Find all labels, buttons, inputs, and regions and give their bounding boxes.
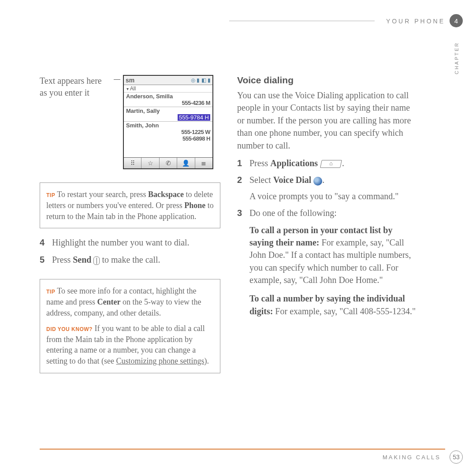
voice-prompt-text: A voice prompts you to "say a command." <box>249 191 399 201</box>
step-text: Press <box>249 158 270 168</box>
dyk-text: ). <box>204 357 209 365</box>
key-backspace: Backspace <box>148 190 184 199</box>
callout-text: Text appears here as you enter it <box>40 75 111 99</box>
step-text: Press <box>52 255 73 264</box>
step-text: . <box>322 175 324 185</box>
callout-leader-line <box>114 79 120 80</box>
key-applications: Applications <box>270 158 318 168</box>
step-number: 2 <box>237 174 243 202</box>
intro-text: You can use the Voice Dialing applicatio… <box>237 89 418 152</box>
step-number: 1 <box>237 157 243 169</box>
contact-name: Anderson, Smilla <box>126 93 210 100</box>
voice-dial-icon <box>313 177 322 186</box>
tip-box: TIP To see more info for a contact, high… <box>40 279 220 373</box>
chapter-number-badge: 4 <box>450 14 463 27</box>
footer-section: MAKING CALLS <box>383 454 441 461</box>
step-number: 4 <box>40 236 46 249</box>
status-icons: ◎ ▮ ◧ ▮ <box>191 77 211 83</box>
filter-dropdown: All <box>124 85 212 93</box>
header-rule <box>229 21 375 21</box>
chapter-label: CHAPTER <box>454 42 459 74</box>
dyk-label: DID YOU KNOW? <box>46 326 93 332</box>
phone-screenshot: sm ◎ ▮ ◧ ▮ All Anderson, Smilla 555-4236… <box>123 75 213 169</box>
step-text: to make the call. <box>102 255 160 264</box>
sub-text: For example, say, "Call 408-555-1234." <box>273 306 416 316</box>
tip-box: TIP To restart your search, press Backsp… <box>40 182 220 228</box>
contact-name: Martin, Sally <box>126 108 210 114</box>
header-section: YOUR PHONE <box>386 18 445 25</box>
tab-dialpad-icon: ⠿ <box>124 158 141 168</box>
key-send: Send <box>73 255 91 264</box>
step-text: Select <box>249 175 273 185</box>
send-key-icon: | <box>93 257 100 265</box>
section-heading: Voice dialing <box>237 75 418 86</box>
tip-label: TIP <box>46 192 55 198</box>
tab-favorites-icon: ☆ <box>141 158 159 168</box>
contact-number: 555-1225 W <box>126 129 210 135</box>
link-customizing-phone-settings[interactable]: Customizing phone settings <box>116 357 204 365</box>
tip-text: To restart your search, press <box>57 190 148 199</box>
step-text: . <box>342 158 344 168</box>
app-voice-dial: Voice Dial <box>273 175 311 185</box>
footer-rule <box>40 449 445 450</box>
search-text: sm <box>126 77 134 84</box>
tab-contacts-icon: 👤 <box>177 158 195 168</box>
contact-number-highlighted: 555-9784 H <box>178 114 210 121</box>
tab-list-icon: ≣ <box>195 158 212 168</box>
step-text: Highlight the number you want to dial. <box>52 236 190 249</box>
tab-bar: ⠿ ☆ ✆ 👤 ≣ <box>124 157 212 168</box>
key-phone: Phone <box>184 201 205 210</box>
contact-name: Smith, John <box>126 122 210 129</box>
step-number: 5 <box>40 253 46 266</box>
contact-number: 555-4236 M <box>126 100 210 106</box>
step-text: Do one of the following: <box>249 207 337 219</box>
key-center: Center <box>97 298 120 306</box>
home-key-icon <box>320 160 342 168</box>
page-number: 53 <box>450 450 463 464</box>
step-number: 3 <box>237 207 243 219</box>
tab-call-icon: ✆ <box>160 158 177 168</box>
contact-number: 555-6898 H <box>126 135 210 142</box>
tip-label: TIP <box>46 289 55 295</box>
